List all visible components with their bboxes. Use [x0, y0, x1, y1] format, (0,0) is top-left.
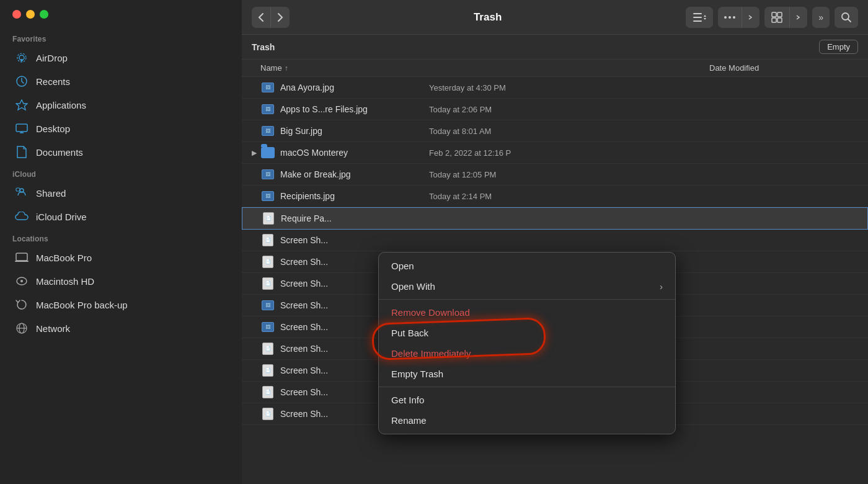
ctx-empty-trash[interactable]: Empty Trash — [379, 364, 675, 384]
table-row[interactable]: 📄 Screen Sh... — [242, 230, 868, 251]
file-date: Today at 2:14 PM — [429, 192, 578, 201]
file-name: Screen Sh... — [280, 235, 429, 245]
desktop-icon — [15, 122, 29, 135]
locations-section-label: Locations — [0, 228, 242, 246]
icloud-drive-icon — [15, 210, 29, 223]
svg-line-25 — [848, 19, 851, 22]
macintosh-hd-label: Macintosh HD — [36, 276, 94, 287]
more-options-button[interactable] — [718, 7, 742, 28]
svg-rect-10 — [16, 253, 27, 261]
window-controls — [0, 10, 242, 29]
sidebar-item-desktop[interactable]: Desktop — [5, 117, 237, 140]
file-icon: 📄 — [261, 211, 276, 226]
toolbar-right: » — [686, 7, 858, 28]
macbook-backup-label: MacBook Pro back-up — [36, 300, 128, 310]
file-icon: 🖼 — [260, 80, 275, 95]
sidebar-item-recents[interactable]: Recents — [5, 70, 237, 92]
svg-rect-17 — [693, 13, 702, 14]
ctx-put-back[interactable]: Put Back — [379, 323, 675, 343]
svg-marker-4 — [16, 100, 27, 110]
svg-rect-21 — [777, 12, 782, 17]
file-date: Today at 12:05 PM — [429, 170, 578, 179]
sidebar-item-macbook-backup[interactable]: MacBook Pro back-up — [5, 294, 237, 316]
hd-icon — [15, 274, 29, 288]
empty-trash-button[interactable]: Empty — [819, 40, 858, 54]
file-date: Yesterday at 4:30 PM — [429, 83, 578, 92]
search-button[interactable] — [835, 7, 858, 28]
sidebar-item-macbook-pro[interactable]: MacBook Pro — [5, 246, 237, 269]
file-name: Apps to S...re Files.jpg — [280, 104, 429, 114]
list-view-button[interactable] — [686, 7, 713, 28]
shared-label: Shared — [36, 188, 66, 199]
ctx-rename[interactable]: Rename — [379, 410, 675, 431]
ctx-get-info[interactable]: Get Info — [379, 390, 675, 410]
file-icon: 📄 — [260, 254, 275, 269]
table-row[interactable]: 🖼 Make or Break.jpg Today at 12:05 PM — [242, 164, 868, 186]
file-name: Make or Break.jpg — [280, 169, 429, 179]
airdrop-icon — [15, 51, 29, 65]
sidebar-item-macintosh-hd[interactable]: Macintosh HD — [5, 270, 237, 292]
table-row[interactable]: ▶ macOS Monterey Feb 2, 2022 at 12:16 P — [242, 142, 868, 164]
view-chevron[interactable] — [790, 7, 807, 28]
svg-point-13 — [20, 280, 23, 282]
table-row[interactable]: 🖼 Apps to S...re Files.jpg Today at 2:06… — [242, 99, 868, 120]
maximize-button[interactable] — [40, 10, 48, 19]
sidebar-item-shared[interactable]: Shared — [5, 182, 237, 204]
sidebar-item-applications[interactable]: Applications — [5, 94, 237, 116]
more-options-chevron[interactable] — [742, 7, 760, 28]
forward-button[interactable] — [271, 7, 290, 28]
main-content: Trash — [242, 0, 868, 484]
table-row[interactable]: 🖼 Ana Ayora.jpg Yesterday at 4:30 PM — [242, 77, 868, 99]
grid-view-button[interactable] — [764, 7, 790, 28]
sidebar-item-icloud-drive[interactable]: iCloud Drive — [5, 205, 237, 228]
ctx-delete-immediately[interactable]: Delete Immediately... — [379, 343, 675, 364]
ctx-separator-2 — [379, 387, 675, 387]
file-icon — [260, 145, 275, 160]
icloud-drive-label: iCloud Drive — [36, 212, 87, 222]
name-column-header[interactable]: Name ↑ — [260, 63, 709, 73]
table-row[interactable]: 🖼 Recipients.jpg Today at 2:14 PM — [242, 186, 868, 207]
file-icon: 📄 — [260, 276, 275, 291]
ctx-separator-1 — [379, 299, 675, 300]
svg-rect-23 — [777, 18, 782, 22]
row-arrow: ▶ — [252, 149, 260, 157]
file-icon: 🖼 — [260, 189, 275, 204]
minimize-button[interactable] — [26, 10, 35, 19]
recents-icon — [15, 74, 29, 88]
file-date: Today at 2:06 PM — [429, 105, 578, 114]
ctx-open-with[interactable]: Open With › — [379, 276, 675, 297]
table-row[interactable]: 🖼 Big Sur.jpg Today at 8:01 AM — [242, 120, 868, 142]
airdrop-label: AirDrop — [36, 53, 68, 63]
back-button[interactable] — [252, 7, 271, 28]
backup-icon — [15, 298, 29, 311]
network-icon — [15, 321, 29, 335]
file-list[interactable]: Name ↑ Date Modified 🖼 Ana Ayora.jpg Yes… — [242, 60, 868, 484]
applications-label: Applications — [36, 100, 86, 110]
sort-arrow: ↑ — [285, 64, 288, 73]
sidebar-item-airdrop[interactable]: AirDrop — [5, 47, 237, 69]
sidebar-item-network[interactable]: Network — [5, 317, 237, 339]
view-options — [764, 7, 807, 28]
sidebar-item-documents[interactable]: Documents — [5, 141, 237, 163]
context-menu: Open Open With › Remove Download Put Bac… — [378, 252, 676, 434]
date-column-header[interactable]: Date Modified — [709, 63, 858, 73]
sidebar: Favorites AirDrop Recents Applications D… — [0, 0, 242, 484]
macbook-icon — [15, 251, 29, 264]
file-icon: 🖼 — [260, 102, 275, 117]
close-button[interactable] — [12, 10, 21, 19]
ctx-open[interactable]: Open — [379, 256, 675, 276]
documents-label: Documents — [36, 147, 83, 158]
desktop-label: Desktop — [36, 123, 70, 134]
file-icon: 📄 — [260, 233, 275, 248]
table-row[interactable]: 📄 Require Pa... — [242, 207, 868, 230]
file-icon: 🖼 — [260, 167, 275, 182]
ctx-remove-download[interactable]: Remove Download — [379, 302, 675, 323]
network-label: Network — [36, 323, 70, 334]
nav-buttons — [252, 7, 290, 28]
icloud-section-label: iCloud — [0, 164, 242, 181]
extra-chevrons[interactable]: » — [812, 7, 830, 28]
documents-icon — [15, 145, 29, 159]
applications-icon — [15, 98, 29, 112]
file-icon: 🖼 — [260, 123, 275, 138]
file-icon: 📄 — [260, 406, 275, 421]
